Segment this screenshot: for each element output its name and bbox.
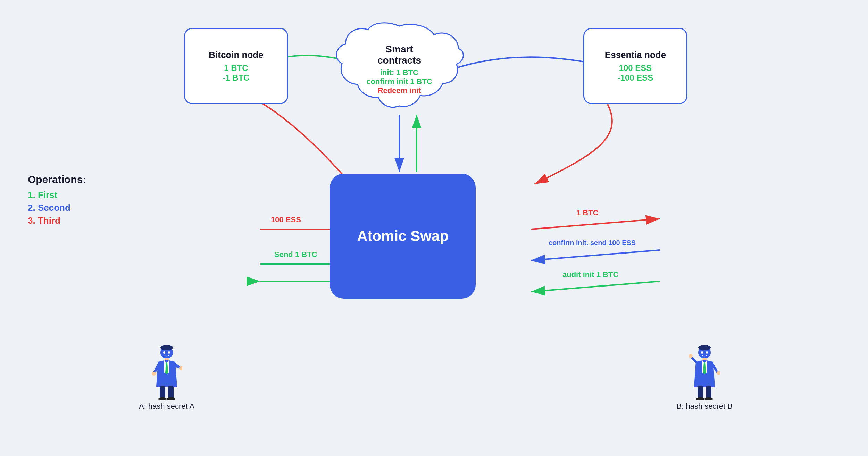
person-b-figure	[689, 345, 720, 400]
bitcoin-node-title: Bitcoin node	[209, 50, 263, 60]
operations-title: Operations:	[28, 174, 86, 185]
label-1btc: 1 BTC	[576, 208, 599, 217]
svg-rect-22	[706, 386, 711, 399]
label-send-btc: Send 1 BTC	[274, 250, 317, 259]
cloud-confirm: confirm init 1 BTC	[366, 77, 432, 86]
op-third-number: 3.	[28, 215, 38, 226]
cloud-text: Smart contracts init: 1 BTC confirm init…	[366, 44, 432, 95]
cloud-title: Smart contracts	[366, 44, 432, 66]
bitcoin-node-value2: -1 BTC	[223, 73, 249, 83]
person-a: A: hash secret A	[139, 345, 194, 411]
svg-rect-10	[160, 386, 165, 399]
svg-point-24	[704, 397, 713, 400]
svg-point-13	[167, 397, 175, 400]
svg-point-15	[168, 351, 170, 354]
person-a-figure	[151, 345, 182, 400]
essentia-node-value2: -100 ESS	[618, 73, 653, 83]
svg-point-14	[163, 351, 165, 354]
operation-second: 2. Second	[28, 202, 86, 213]
cloud-init: init: 1 BTC	[366, 68, 432, 77]
essentia-node-box: Essentia node 100 ESS -100 ESS	[583, 28, 687, 104]
label-100ess: 100 ESS	[271, 215, 301, 224]
bitcoin-node-value1: 1 BTC	[224, 63, 248, 73]
cloud-redeem: Redeem init	[366, 86, 432, 95]
smart-contracts-cloud: Smart contracts init: 1 BTC confirm init…	[330, 14, 469, 125]
op-second-number: 2.	[28, 202, 38, 213]
svg-rect-21	[698, 386, 703, 399]
essentia-node-title: Essentia node	[605, 50, 666, 60]
atomic-swap-label: Atomic Swap	[357, 227, 449, 245]
svg-point-12	[158, 397, 167, 400]
label-audit-init: audit init 1 BTC	[562, 270, 618, 279]
svg-point-25	[701, 351, 703, 354]
bitcoin-node-box: Bitcoin node 1 BTC -1 BTC	[184, 28, 288, 104]
diagram-container: Bitcoin node 1 BTC -1 BTC Essentia node …	[0, 0, 868, 456]
op-first-number: 1.	[28, 190, 38, 200]
svg-point-23	[696, 397, 704, 400]
svg-point-8	[152, 372, 156, 376]
svg-point-6	[160, 345, 173, 350]
cloud-shape: Smart contracts init: 1 BTC confirm init…	[333, 19, 465, 120]
svg-point-17	[698, 345, 711, 350]
op-first-label: First	[38, 190, 57, 200]
atomic-swap-box: Atomic Swap	[330, 174, 476, 299]
person-b-label: B: hash secret B	[677, 402, 733, 411]
operations-panel: Operations: 1. First 2. Second 3. Third	[28, 174, 86, 228]
essentia-node-value1: 100 ESS	[619, 63, 652, 73]
op-third-label: Third	[38, 215, 60, 226]
svg-rect-11	[168, 386, 174, 399]
svg-point-26	[706, 351, 708, 354]
person-b: B: hash secret B	[677, 345, 733, 411]
operation-third: 3. Third	[28, 215, 86, 226]
op-second-label: Second	[38, 202, 70, 213]
operation-first: 1. First	[28, 190, 86, 200]
label-confirm-init: confirm init. send 100 ESS	[549, 239, 636, 247]
person-a-label: A: hash secret A	[139, 402, 194, 411]
